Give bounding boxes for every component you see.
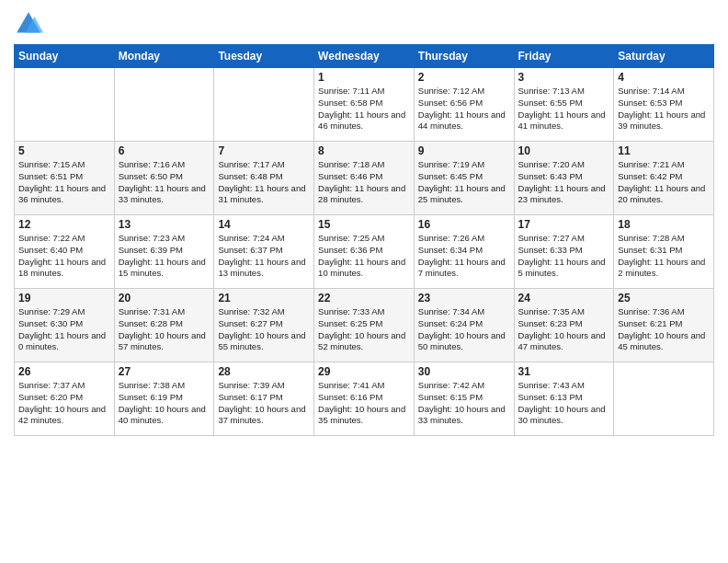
day-info: Sunrise: 7:20 AM Sunset: 6:43 PM Dayligh…	[518, 159, 610, 206]
day-number: 31	[518, 365, 610, 378]
calendar-cell	[15, 68, 115, 142]
day-number: 18	[618, 218, 710, 231]
day-number: 9	[418, 144, 510, 157]
day-number: 5	[18, 144, 110, 157]
day-info: Sunrise: 7:23 AM Sunset: 6:39 PM Dayligh…	[119, 233, 210, 280]
calendar-cell	[614, 362, 714, 436]
day-number: 21	[218, 292, 310, 304]
day-info: Sunrise: 7:29 AM Sunset: 6:30 PM Dayligh…	[18, 306, 110, 353]
header	[14, 9, 714, 39]
weekday-header-sunday: Sunday	[15, 45, 115, 68]
day-number: 12	[18, 218, 110, 231]
day-info: Sunrise: 7:43 AM Sunset: 6:13 PM Dayligh…	[518, 380, 610, 427]
day-number: 17	[518, 218, 610, 231]
day-info: Sunrise: 7:33 AM Sunset: 6:25 PM Dayligh…	[318, 306, 410, 353]
calendar-cell: 13Sunrise: 7:23 AM Sunset: 6:39 PM Dayli…	[114, 215, 214, 289]
weekday-header-friday: Friday	[514, 45, 614, 68]
calendar-table: SundayMondayTuesdayWednesdayThursdayFrid…	[14, 44, 714, 436]
day-info: Sunrise: 7:37 AM Sunset: 6:20 PM Dayligh…	[18, 380, 110, 427]
calendar-cell: 20Sunrise: 7:31 AM Sunset: 6:28 PM Dayli…	[114, 289, 214, 362]
day-number: 4	[618, 71, 710, 84]
day-info: Sunrise: 7:25 AM Sunset: 6:36 PM Dayligh…	[318, 233, 410, 280]
weekday-header-wednesday: Wednesday	[314, 45, 415, 68]
day-info: Sunrise: 7:17 AM Sunset: 6:48 PM Dayligh…	[218, 159, 310, 206]
logo-icon	[14, 9, 43, 39]
calendar-cell: 8Sunrise: 7:18 AM Sunset: 6:46 PM Daylig…	[314, 142, 415, 215]
day-info: Sunrise: 7:41 AM Sunset: 6:16 PM Dayligh…	[318, 380, 410, 427]
calendar-cell	[214, 68, 314, 142]
day-number: 28	[218, 365, 310, 378]
day-info: Sunrise: 7:34 AM Sunset: 6:24 PM Dayligh…	[418, 306, 510, 353]
day-number: 30	[418, 365, 510, 378]
week-row-4: 26Sunrise: 7:37 AM Sunset: 6:20 PM Dayli…	[15, 362, 714, 436]
calendar-cell: 3Sunrise: 7:13 AM Sunset: 6:55 PM Daylig…	[514, 68, 614, 142]
day-info: Sunrise: 7:24 AM Sunset: 6:37 PM Dayligh…	[218, 233, 310, 280]
weekday-header-saturday: Saturday	[614, 45, 714, 68]
calendar-cell	[114, 68, 214, 142]
week-row-1: 5Sunrise: 7:15 AM Sunset: 6:51 PM Daylig…	[15, 142, 714, 215]
day-number: 14	[218, 218, 310, 231]
calendar-cell: 15Sunrise: 7:25 AM Sunset: 6:36 PM Dayli…	[314, 215, 415, 289]
day-info: Sunrise: 7:32 AM Sunset: 6:27 PM Dayligh…	[218, 306, 310, 353]
calendar-cell: 21Sunrise: 7:32 AM Sunset: 6:27 PM Dayli…	[214, 289, 314, 362]
calendar-cell: 19Sunrise: 7:29 AM Sunset: 6:30 PM Dayli…	[15, 289, 115, 362]
calendar-cell: 6Sunrise: 7:16 AM Sunset: 6:50 PM Daylig…	[114, 142, 214, 215]
calendar-cell: 10Sunrise: 7:20 AM Sunset: 6:43 PM Dayli…	[514, 142, 614, 215]
calendar-cell: 22Sunrise: 7:33 AM Sunset: 6:25 PM Dayli…	[314, 289, 415, 362]
calendar-cell: 5Sunrise: 7:15 AM Sunset: 6:51 PM Daylig…	[15, 142, 115, 215]
weekday-header-row: SundayMondayTuesdayWednesdayThursdayFrid…	[15, 45, 714, 68]
day-number: 7	[218, 144, 310, 157]
weekday-header-thursday: Thursday	[414, 45, 514, 68]
calendar-cell: 12Sunrise: 7:22 AM Sunset: 6:40 PM Dayli…	[15, 215, 115, 289]
calendar-cell: 23Sunrise: 7:34 AM Sunset: 6:24 PM Dayli…	[414, 289, 514, 362]
day-info: Sunrise: 7:19 AM Sunset: 6:45 PM Dayligh…	[418, 159, 510, 206]
day-number: 22	[318, 292, 410, 304]
day-number: 20	[119, 292, 210, 304]
calendar-cell: 4Sunrise: 7:14 AM Sunset: 6:53 PM Daylig…	[614, 68, 714, 142]
weekday-header-tuesday: Tuesday	[214, 45, 314, 68]
day-info: Sunrise: 7:36 AM Sunset: 6:21 PM Dayligh…	[618, 306, 710, 353]
calendar-cell: 17Sunrise: 7:27 AM Sunset: 6:33 PM Dayli…	[514, 215, 614, 289]
calendar-cell: 1Sunrise: 7:11 AM Sunset: 6:58 PM Daylig…	[314, 68, 415, 142]
day-number: 1	[318, 71, 410, 84]
day-number: 10	[518, 144, 610, 157]
day-info: Sunrise: 7:26 AM Sunset: 6:34 PM Dayligh…	[418, 233, 510, 280]
calendar-cell: 11Sunrise: 7:21 AM Sunset: 6:42 PM Dayli…	[614, 142, 714, 215]
week-row-3: 19Sunrise: 7:29 AM Sunset: 6:30 PM Dayli…	[15, 289, 714, 362]
calendar-cell: 29Sunrise: 7:41 AM Sunset: 6:16 PM Dayli…	[314, 362, 415, 436]
day-number: 27	[119, 365, 210, 378]
day-number: 8	[318, 144, 410, 157]
week-row-0: 1Sunrise: 7:11 AM Sunset: 6:58 PM Daylig…	[15, 68, 714, 142]
day-number: 24	[518, 292, 610, 304]
day-info: Sunrise: 7:21 AM Sunset: 6:42 PM Dayligh…	[618, 159, 710, 206]
calendar-cell: 14Sunrise: 7:24 AM Sunset: 6:37 PM Dayli…	[214, 215, 314, 289]
calendar-cell: 28Sunrise: 7:39 AM Sunset: 6:17 PM Dayli…	[214, 362, 314, 436]
day-info: Sunrise: 7:28 AM Sunset: 6:31 PM Dayligh…	[618, 233, 710, 280]
day-number: 2	[418, 71, 510, 84]
weekday-header-monday: Monday	[114, 45, 214, 68]
day-number: 26	[18, 365, 110, 378]
day-number: 23	[418, 292, 510, 304]
day-info: Sunrise: 7:35 AM Sunset: 6:23 PM Dayligh…	[518, 306, 610, 353]
calendar-cell: 2Sunrise: 7:12 AM Sunset: 6:56 PM Daylig…	[414, 68, 514, 142]
day-number: 13	[119, 218, 210, 231]
day-info: Sunrise: 7:42 AM Sunset: 6:15 PM Dayligh…	[418, 380, 510, 427]
calendar-cell: 7Sunrise: 7:17 AM Sunset: 6:48 PM Daylig…	[214, 142, 314, 215]
day-number: 16	[418, 218, 510, 231]
day-info: Sunrise: 7:18 AM Sunset: 6:46 PM Dayligh…	[318, 159, 410, 206]
calendar-cell: 25Sunrise: 7:36 AM Sunset: 6:21 PM Dayli…	[614, 289, 714, 362]
day-info: Sunrise: 7:38 AM Sunset: 6:19 PM Dayligh…	[119, 380, 210, 427]
day-info: Sunrise: 7:16 AM Sunset: 6:50 PM Dayligh…	[119, 159, 210, 206]
calendar-cell: 26Sunrise: 7:37 AM Sunset: 6:20 PM Dayli…	[15, 362, 115, 436]
day-number: 25	[618, 292, 710, 304]
calendar-cell: 9Sunrise: 7:19 AM Sunset: 6:45 PM Daylig…	[414, 142, 514, 215]
day-number: 29	[318, 365, 410, 378]
day-info: Sunrise: 7:22 AM Sunset: 6:40 PM Dayligh…	[18, 233, 110, 280]
calendar-cell: 24Sunrise: 7:35 AM Sunset: 6:23 PM Dayli…	[514, 289, 614, 362]
day-number: 11	[618, 144, 710, 157]
day-info: Sunrise: 7:39 AM Sunset: 6:17 PM Dayligh…	[218, 380, 310, 427]
day-number: 19	[18, 292, 110, 304]
day-info: Sunrise: 7:15 AM Sunset: 6:51 PM Dayligh…	[18, 159, 110, 206]
calendar-cell: 31Sunrise: 7:43 AM Sunset: 6:13 PM Dayli…	[514, 362, 614, 436]
day-number: 3	[518, 71, 610, 84]
